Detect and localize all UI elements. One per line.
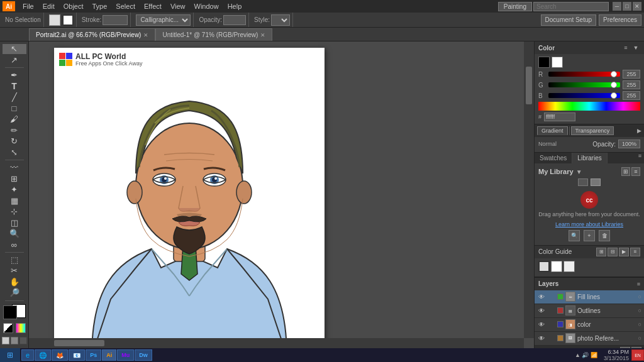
slice-tool[interactable]: ✂ (3, 266, 26, 276)
library-search-btn[interactable]: 🔍 (569, 230, 580, 241)
library-dropdown-icon[interactable]: ▼ (576, 168, 582, 175)
layer-row-photo[interactable]: 👁 🖼 photo Refere... ○ (535, 332, 644, 346)
background-mini-swatch[interactable] (552, 57, 563, 68)
foreground-mini-swatch[interactable] (538, 57, 550, 68)
line-tool[interactable]: ╱ (3, 92, 26, 102)
layer-lock-fill-lines[interactable] (548, 293, 555, 300)
h-scroll-thumb[interactable] (54, 340, 104, 346)
cg-menu-icon[interactable]: ≡ (630, 248, 640, 256)
layer-target-outlines[interactable]: ○ (638, 307, 641, 314)
preferences-button[interactable]: Preferences (599, 14, 641, 26)
color-spectrum[interactable] (538, 102, 640, 111)
cg-btn-2[interactable]: ⊟ (608, 248, 618, 256)
taskbar-flag[interactable]: EN (631, 349, 644, 361)
layer-visibility-outlines[interactable]: 👁 (537, 306, 546, 315)
stroke-input[interactable] (103, 15, 128, 25)
color-panel-collapse-icon[interactable]: ▼ (631, 43, 640, 52)
rotate-tool[interactable]: ↻ (3, 136, 26, 146)
taskbar-chrome[interactable]: 🌐 (35, 349, 51, 361)
scale-tool[interactable]: ⤡ (3, 148, 26, 158)
tab-close-icon-2[interactable]: ✕ (260, 32, 265, 38)
windows-start-button[interactable]: ⊞ (0, 348, 20, 362)
library-view-option-2[interactable] (591, 178, 601, 186)
gradient-swatch[interactable] (16, 323, 26, 333)
type-tool[interactable]: T (3, 81, 26, 91)
taskbar-illustrator[interactable]: Ai (102, 349, 116, 361)
rect-tool[interactable]: □ (3, 104, 26, 114)
foreground-color-swatch[interactable] (3, 305, 17, 319)
tab-untitled[interactable]: Untitled-1* @ 71% (RGB/Preview) ✕ (155, 28, 272, 41)
fill-swatch[interactable] (49, 14, 60, 26)
menu-help[interactable]: Help (224, 2, 246, 11)
library-learn-more-link[interactable]: Learn more about Libraries (555, 221, 623, 228)
artboard-tool[interactable]: ⬚ (3, 255, 26, 265)
layer-target-photo[interactable]: ○ (638, 335, 641, 341)
symbol-sprayer-tool[interactable]: ✦ (3, 185, 26, 195)
vertical-scrollbar[interactable] (524, 41, 534, 338)
opacity-input[interactable]: 20% (223, 15, 246, 25)
canvas-area[interactable]: ALL PC World Free Apps One Click Away (29, 41, 534, 348)
layer-visibility-fill-lines[interactable]: 👁 (537, 292, 546, 301)
stroke-swatch[interactable] (62, 14, 74, 26)
b-slider[interactable] (548, 93, 620, 98)
selection-tool[interactable]: ↖ (3, 44, 26, 54)
pencil-tool[interactable]: ✏ (3, 126, 26, 136)
taskbar-ie[interactable]: e (21, 349, 34, 361)
menu-edit[interactable]: Edit (39, 2, 58, 11)
cg-btn-1[interactable]: ⊞ (596, 248, 606, 256)
r-slider[interactable] (548, 72, 620, 77)
eyedropper-tool[interactable]: 🔍 (3, 229, 26, 239)
blend-tool[interactable]: ∞ (3, 239, 26, 250)
cg-btn-3[interactable]: ▶ (619, 248, 629, 256)
swatches-tab[interactable]: Swatches (535, 153, 572, 163)
g-input[interactable]: 255 (623, 80, 640, 89)
layer-lock-color[interactable] (548, 321, 555, 328)
layer-row-fill-lines[interactable]: 👁 ✏ Fill lines ○ (535, 290, 644, 304)
v-scroll-thumb[interactable] (526, 67, 532, 104)
layer-lock-outlines[interactable] (548, 307, 555, 314)
taskbar-photoshop[interactable]: Ps (86, 349, 101, 361)
r-input[interactable]: 255 (623, 70, 640, 79)
paintbrush-tool[interactable]: 🖌 (3, 114, 26, 124)
layer-row-outlines[interactable]: 👁 ▤ Outlines ○ (535, 304, 644, 318)
restore-button[interactable]: □ (623, 2, 631, 11)
libraries-tab[interactable]: Libraries (572, 153, 607, 163)
free-transform-tool[interactable]: ⊞ (3, 173, 26, 184)
menu-window[interactable]: Window (191, 2, 223, 11)
tab-portrait[interactable]: Portrait2.ai @ 66.67% (RGB/Preview) ✕ (29, 28, 155, 41)
menu-effect[interactable]: Effect (140, 2, 165, 11)
g-slider[interactable] (548, 82, 620, 87)
taskbar-dreamweaver[interactable]: Dw (135, 349, 152, 361)
grad-panel-menu[interactable]: ▶ (637, 128, 641, 134)
menu-file[interactable]: File (19, 2, 38, 11)
layer-visibility-color[interactable]: 👁 (537, 320, 546, 329)
color-panel-menu-icon[interactable]: ≡ (621, 43, 630, 52)
style-select[interactable] (271, 14, 290, 26)
column-graph-tool[interactable]: ▦ (3, 195, 26, 206)
layer-target-color[interactable]: ○ (638, 321, 641, 327)
library-delete-btn[interactable]: 🗑 (599, 230, 610, 241)
brush-select[interactable]: Calligraphic... (136, 14, 191, 26)
horizontal-scrollbar[interactable] (29, 338, 524, 348)
menu-type[interactable]: Type (89, 2, 111, 11)
b-input[interactable]: 255 (623, 91, 640, 100)
layer-lock-photo[interactable] (548, 334, 555, 342)
mesh-tool[interactable]: ⊹ (3, 207, 26, 217)
cg-base-swatch[interactable] (538, 261, 550, 272)
doc-setup-button[interactable]: Document Setup (541, 14, 597, 26)
draw-inside-btn[interactable] (11, 337, 18, 344)
library-view-option[interactable] (578, 178, 588, 186)
hex-input[interactable]: ffffff (544, 112, 575, 121)
search-input[interactable] (533, 2, 609, 11)
workspace-selector[interactable]: Painting (498, 2, 532, 11)
menu-object[interactable]: Object (60, 2, 87, 11)
layer-visibility-photo[interactable]: 👁 (537, 334, 546, 343)
taskbar-outlook[interactable]: 📧 (69, 349, 85, 361)
gradient-tab[interactable]: Gradient (537, 126, 568, 135)
gradient-tool[interactable]: ◫ (3, 217, 26, 228)
layer-target-fill-lines[interactable]: ○ (638, 293, 641, 300)
warp-tool[interactable]: 〰 (3, 163, 26, 173)
opacity-input[interactable]: 100% (618, 140, 640, 148)
minimize-button[interactable]: ─ (613, 2, 621, 11)
tab-close-icon[interactable]: ✕ (143, 32, 148, 38)
